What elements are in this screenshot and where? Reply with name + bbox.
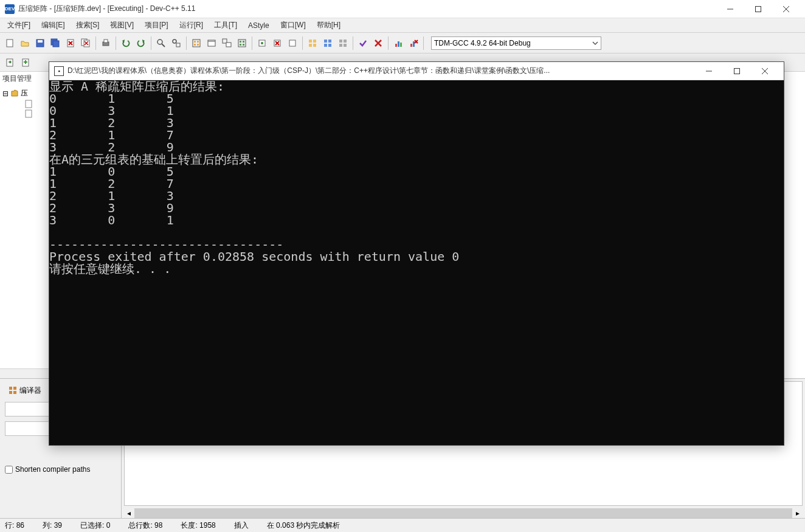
open-button[interactable] [18,36,32,50]
main-toolbar: TDM-GCC 4.9.2 64-bit Debug [0,33,805,54]
x-icon [373,38,383,48]
file-icon [24,100,33,108]
chart-x-icon [409,38,418,48]
menu-file[interactable]: 文件[F] [2,19,35,32]
console-window-controls [695,62,779,80]
menu-view[interactable]: 视图[V] [105,19,139,32]
close-file-icon [66,38,75,48]
compile-icon [192,38,201,48]
maximize-button[interactable] [744,0,772,18]
status-mode: 插入 [234,520,249,531]
debug-button[interactable] [255,36,269,50]
save-button[interactable] [33,36,47,50]
svg-rect-22 [193,40,200,47]
goto-button[interactable] [2,55,17,70]
undo-icon [121,38,131,48]
status-parse: 在 0.063 秒内完成解析 [267,520,340,531]
maximize-icon [734,68,740,74]
menu-tools[interactable]: 工具[T] [209,19,242,32]
menu-astyle[interactable]: AStyle [243,20,274,31]
grid2-button[interactable] [320,36,335,50]
separator [186,36,187,50]
run-button[interactable] [204,36,219,50]
svg-rect-47 [328,40,331,43]
shorten-checkbox-input[interactable] [5,466,13,474]
compiler-selector[interactable]: TDM-GCC 4.9.2 64-bit Debug [431,36,601,50]
svg-rect-31 [238,40,246,47]
find-button[interactable] [154,36,168,50]
replace-button[interactable] [169,36,184,50]
redo-icon [136,38,146,48]
menu-project[interactable]: 项目[P] [140,19,173,32]
shorten-label: Shorten compiler paths [15,465,90,474]
chevron-down-icon [592,40,598,46]
svg-rect-53 [344,44,347,47]
app-icon: DEV [5,4,15,14]
console-close-button[interactable] [751,62,779,80]
grid1-button[interactable] [305,36,320,50]
svg-point-37 [261,42,263,44]
svg-point-20 [173,40,176,43]
console-output[interactable]: 显示 A 稀疏矩阵压缩后的结果: 0 1 5 0 3 1 1 2 3 2 1 7… [49,80,784,445]
save-all-button[interactable] [48,36,63,50]
menu-help[interactable]: 帮助[H] [312,19,345,32]
close-icon [783,6,789,12]
shorten-paths-checkbox[interactable]: Shorten compiler paths [5,465,116,474]
menu-run[interactable]: 运行[R] [174,19,208,32]
minimize-button[interactable] [716,0,744,18]
svg-rect-24 [197,41,199,43]
stop-button[interactable] [270,36,285,50]
menu-edit[interactable]: 编辑[E] [36,19,70,32]
check-button[interactable] [356,36,370,50]
add-button[interactable] [18,55,33,70]
svg-rect-49 [328,44,331,47]
chart-button[interactable] [391,36,406,50]
grid3-button[interactable] [336,36,350,50]
status-len: 长度: 1958 [181,520,215,531]
minimize-icon [727,6,733,12]
new-file-button[interactable] [2,36,17,50]
svg-rect-50 [339,40,342,43]
console-minimize-button[interactable] [695,62,723,80]
minimize-icon [706,68,712,74]
output-scrollbar[interactable]: ◂ ▸ [124,508,803,518]
svg-rect-74 [734,68,740,74]
svg-rect-17 [104,40,108,43]
menu-search[interactable]: 搜索[S] [71,19,105,32]
compiler-name: TDM-GCC 4.9.2 64-bit Debug [434,39,531,47]
rebuild-button[interactable] [235,36,249,50]
compile-button[interactable] [189,36,204,50]
cancel-button[interactable] [371,36,385,50]
replace-icon [171,38,181,48]
close-file-button[interactable] [63,36,78,50]
svg-point-18 [157,40,162,44]
svg-line-19 [162,44,165,47]
close-button[interactable] [772,0,800,18]
svg-rect-44 [309,44,312,47]
file-icon [24,109,33,118]
undo-button[interactable] [119,36,133,50]
compile-run-button[interactable] [219,36,234,50]
redo-button[interactable] [134,36,148,50]
close-all-button[interactable] [78,36,93,50]
grid2-icon [323,38,333,48]
svg-rect-46 [324,40,327,43]
svg-rect-1 [756,6,761,12]
rebuild-icon [237,38,247,48]
grid-icon [9,386,17,395]
print-button[interactable] [98,36,113,50]
svg-rect-23 [194,41,196,43]
svg-rect-60 [413,41,415,47]
separator [151,36,151,50]
console-maximize-button[interactable] [723,62,751,80]
profile-button[interactable] [285,36,300,50]
menu-window[interactable]: 窗口[W] [275,19,311,32]
separator [252,36,252,50]
chart-x-button[interactable] [406,36,421,50]
svg-rect-34 [240,44,241,46]
stop-icon [272,38,282,48]
separator [423,36,424,50]
svg-rect-58 [400,43,402,47]
menubar: 文件[F] 编辑[E] 搜索[S] 视图[V] 项目[P] 运行[R] 工具[T… [0,18,805,33]
svg-rect-68 [26,110,32,117]
